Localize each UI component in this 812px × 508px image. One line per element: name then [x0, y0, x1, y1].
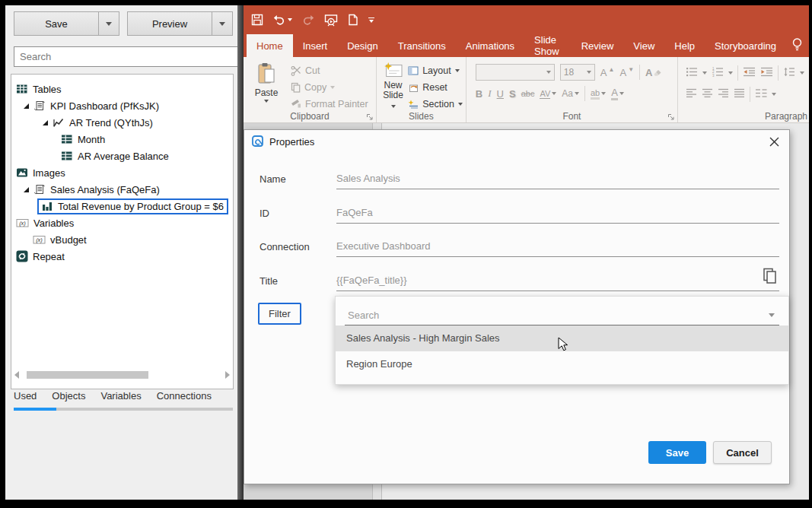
tab-storyboarding[interactable]: Storyboarding: [705, 34, 786, 57]
italic-button[interactable]: I: [488, 87, 491, 100]
tab-home[interactable]: Home: [247, 34, 293, 57]
save-split-button[interactable]: Save: [14, 11, 119, 36]
expander-icon[interactable]: [24, 187, 29, 192]
decrease-indent-button[interactable]: [743, 66, 756, 80]
chevron-down-icon[interactable]: [769, 313, 775, 317]
decrease-font-size-button[interactable]: A▼: [619, 67, 634, 78]
pane-search-input[interactable]: [14, 46, 239, 67]
tab-animations[interactable]: Animations: [456, 34, 524, 57]
bullets-button[interactable]: [686, 66, 698, 80]
cancel-button[interactable]: Cancel: [713, 441, 772, 464]
chevron-down-icon[interactable]: [702, 71, 707, 75]
tree-item-vbudget[interactable]: (x) vBudget: [11, 231, 233, 248]
tab-objects[interactable]: Objects: [52, 390, 85, 402]
horizontal-scrollbar[interactable]: [14, 370, 230, 380]
align-center-button[interactable]: [702, 87, 713, 101]
reset-button[interactable]: Reset: [408, 81, 463, 94]
expander-icon[interactable]: [24, 103, 29, 109]
tree-item-sales-analysis[interactable]: Sales Analysis (FaQeFa): [11, 181, 233, 198]
tab-view[interactable]: View: [623, 34, 664, 57]
justify-button[interactable]: [734, 87, 745, 101]
dropdown-search-input[interactable]: [346, 309, 756, 322]
line-spacing-button[interactable]: [783, 66, 795, 80]
highlight-color-button[interactable]: ab: [591, 88, 606, 100]
tree-item-tables[interactable]: Tables: [11, 81, 233, 97]
name-field-input[interactable]: Sales Analysis: [336, 168, 779, 189]
clear-formatting-button[interactable]: A: [645, 67, 661, 78]
save-button[interactable]: Save: [14, 12, 98, 35]
scrollbar-thumb[interactable]: [27, 371, 148, 379]
font-name-select[interactable]: [476, 64, 555, 81]
text-shadow-button[interactable]: S: [509, 88, 516, 100]
connection-field-input[interactable]: Executive Dashboard: [336, 236, 779, 257]
dialog-launcher-icon[interactable]: [667, 113, 675, 121]
numbering-button[interactable]: 123: [712, 66, 724, 80]
new-document-icon[interactable]: [348, 14, 358, 26]
tab-review[interactable]: Review: [572, 34, 624, 57]
close-button[interactable]: [767, 135, 782, 149]
tab-transitions[interactable]: Transitions: [388, 34, 456, 57]
undo-button[interactable]: [273, 14, 292, 25]
character-spacing-button[interactable]: AV: [540, 89, 556, 99]
id-field-label: ID: [260, 208, 336, 219]
tab-variables[interactable]: Variables: [100, 390, 141, 402]
strikethrough-button[interactable]: abc: [521, 89, 535, 98]
chevron-down-icon[interactable]: [728, 71, 733, 75]
tree-item-ar-average-balance[interactable]: AR Average Balance: [11, 148, 233, 164]
customize-qat-icon[interactable]: [368, 17, 374, 23]
change-case-button[interactable]: Aa: [562, 88, 579, 99]
copy-button[interactable]: Copy: [291, 81, 368, 94]
tab-connections[interactable]: Connections: [157, 390, 212, 402]
save-icon[interactable]: [251, 14, 263, 26]
scroll-left-icon[interactable]: [14, 371, 19, 379]
tab-help[interactable]: Help: [664, 34, 705, 57]
align-right-button[interactable]: [718, 87, 729, 101]
chevron-down-icon[interactable]: [772, 93, 776, 96]
paste-label: Paste: [255, 88, 279, 98]
title-field-row: Title {{FaQeFa_title}}: [260, 270, 779, 291]
id-field-input[interactable]: FaQeFa: [336, 202, 779, 224]
columns-button[interactable]: [755, 87, 767, 101]
scroll-right-icon[interactable]: [225, 371, 230, 379]
chevron-down-icon[interactable]: [800, 71, 804, 75]
preview-button[interactable]: Preview: [128, 12, 212, 35]
preview-split-button[interactable]: Preview: [127, 11, 233, 36]
tree-item-variables[interactable]: (x) Variables: [11, 214, 233, 231]
new-slide-button[interactable]: NewSlide: [380, 60, 406, 110]
save-dropdown-button[interactable]: [98, 12, 119, 35]
format-painter-button[interactable]: Format Painter: [291, 97, 368, 110]
font-size-select[interactable]: 18: [560, 64, 595, 81]
tab-insert[interactable]: Insert: [293, 34, 338, 57]
tab-slide-show[interactable]: Slide Show: [524, 34, 572, 57]
font-color-button[interactable]: A: [611, 87, 624, 100]
paste-button[interactable]: Paste: [247, 60, 286, 110]
tab-used[interactable]: Used: [14, 390, 37, 402]
tree-item-kpi-dashboard[interactable]: KPI Dashboard (PfKsJK): [11, 97, 233, 114]
increase-indent-button[interactable]: [760, 66, 773, 80]
dropdown-option-region-europe[interactable]: Region Europe: [336, 351, 788, 377]
section-button[interactable]: Section: [408, 97, 463, 110]
layout-button[interactable]: Layout: [408, 65, 463, 78]
tab-design[interactable]: Design: [337, 34, 387, 57]
dialog-launcher-icon[interactable]: [366, 113, 374, 121]
tree-item-images[interactable]: Images: [11, 164, 233, 181]
tree-item-total-revenue[interactable]: Total Revenue by Product Group = $6: [11, 198, 233, 214]
save-button[interactable]: Save: [648, 441, 706, 464]
tree-item-ar-trend[interactable]: AR Trend (QYthJs): [11, 114, 233, 131]
cut-button[interactable]: Cut: [291, 65, 368, 78]
expander-icon[interactable]: [43, 120, 48, 125]
tree-item-month[interactable]: Month: [11, 131, 233, 148]
tree-item-repeat[interactable]: Repeat: [11, 248, 233, 265]
lightbulb-icon[interactable]: [791, 37, 803, 52]
bold-button[interactable]: B: [476, 88, 482, 100]
title-field-input[interactable]: {{FaQeFa_title}}: [336, 270, 779, 291]
chevron-down-icon: [219, 22, 225, 26]
underline-button[interactable]: U: [497, 88, 504, 100]
pane-divider[interactable]: [237, 5, 244, 500]
start-slideshow-icon[interactable]: [324, 14, 338, 27]
align-left-button[interactable]: [686, 87, 697, 101]
increase-font-size-button[interactable]: A▲: [600, 67, 615, 78]
copy-icon[interactable]: [763, 268, 777, 284]
redo-icon[interactable]: [302, 14, 314, 25]
preview-dropdown-button[interactable]: [212, 12, 232, 35]
